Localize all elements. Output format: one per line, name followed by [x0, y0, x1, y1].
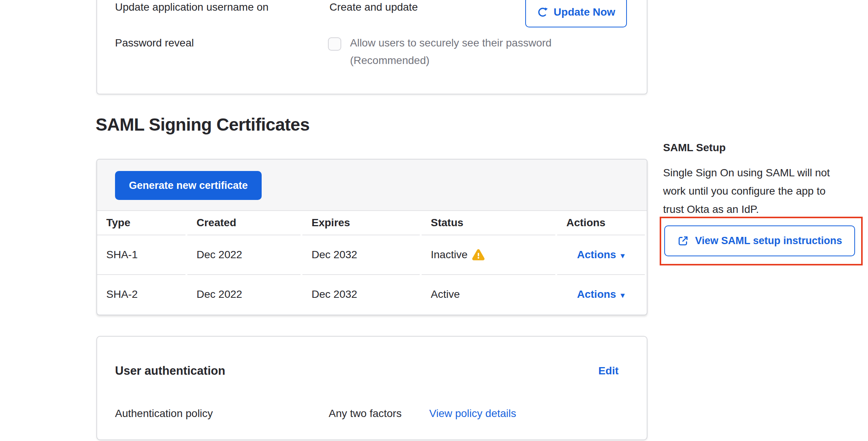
saml-setup-description: Single Sign On using SAML will not work … — [663, 164, 847, 219]
status-text: Inactive — [431, 249, 468, 261]
cert-status: Inactive — [422, 235, 555, 274]
table-row-sha1: SHA-1 Dec 2022 Dec 2032 Inactive Actions… — [97, 235, 647, 274]
update-now-label: Update Now — [554, 6, 615, 18]
actions-dropdown[interactable]: Actions ▾ — [557, 274, 645, 314]
cert-status: Active — [422, 274, 555, 314]
cert-created: Dec 2022 — [187, 274, 301, 314]
cert-created: Dec 2022 — [187, 235, 301, 274]
username-row-label: Update application username on — [115, 0, 269, 14]
username-row-value: Create and update — [329, 0, 418, 14]
password-reveal-option-line2: (Recommended) — [350, 54, 430, 67]
saml-signing-certificates-heading: SAML Signing Certificates — [96, 113, 310, 136]
table-header-row: Type Created Expires Status Actions — [97, 211, 647, 235]
column-header-actions: Actions — [557, 211, 645, 235]
refresh-icon — [537, 6, 548, 18]
cert-expires: Dec 2032 — [302, 274, 420, 314]
authentication-policy-value: Any two factors — [329, 407, 401, 420]
generate-new-certificate-button[interactable]: Generate new certificate — [115, 171, 262, 200]
column-header-created: Created — [187, 211, 301, 235]
certificates-card: Generate new certificate Type Created Ex… — [96, 159, 647, 315]
password-reveal-option-line1: Allow users to securely see their passwo… — [350, 36, 551, 50]
certificates-toolbar: Generate new certificate — [97, 160, 647, 211]
view-policy-details-link[interactable]: View policy details — [429, 407, 516, 420]
actions-dropdown[interactable]: Actions ▾ — [557, 235, 645, 274]
saml-setup-title: SAML Setup — [663, 141, 726, 155]
authentication-policy-label: Authentication policy — [115, 407, 213, 420]
column-header-type: Type — [97, 211, 185, 235]
cert-type: SHA-2 — [97, 274, 185, 314]
table-row-sha2: SHA-2 Dec 2022 Dec 2032 Active Actions ▾ — [97, 274, 647, 314]
edit-link[interactable]: Edit — [598, 364, 619, 378]
password-reveal-checkbox[interactable] — [328, 37, 341, 51]
app-settings-card: Update application username on Create an… — [96, 0, 647, 94]
cert-type: SHA-1 — [97, 235, 185, 274]
password-reveal-label: Password reveal — [115, 36, 194, 50]
view-saml-setup-instructions-button[interactable]: View SAML setup instructions — [664, 225, 855, 256]
column-header-expires: Expires — [302, 211, 420, 235]
update-now-button[interactable]: Update Now — [525, 0, 627, 27]
cert-expires: Dec 2032 — [302, 235, 420, 274]
actions-label: Actions — [577, 249, 616, 261]
external-link-icon — [677, 235, 689, 247]
caret-down-icon: ▾ — [621, 291, 625, 300]
caret-down-icon: ▾ — [621, 251, 625, 260]
view-saml-setup-label: View SAML setup instructions — [695, 235, 842, 247]
actions-label: Actions — [577, 288, 616, 300]
user-authentication-card: User authentication Edit Authentication … — [96, 336, 647, 440]
column-header-status: Status — [422, 211, 555, 235]
certificates-table: Type Created Expires Status Actions SHA-… — [97, 211, 647, 314]
warning-icon — [472, 249, 484, 260]
user-authentication-title: User authentication — [115, 363, 225, 379]
